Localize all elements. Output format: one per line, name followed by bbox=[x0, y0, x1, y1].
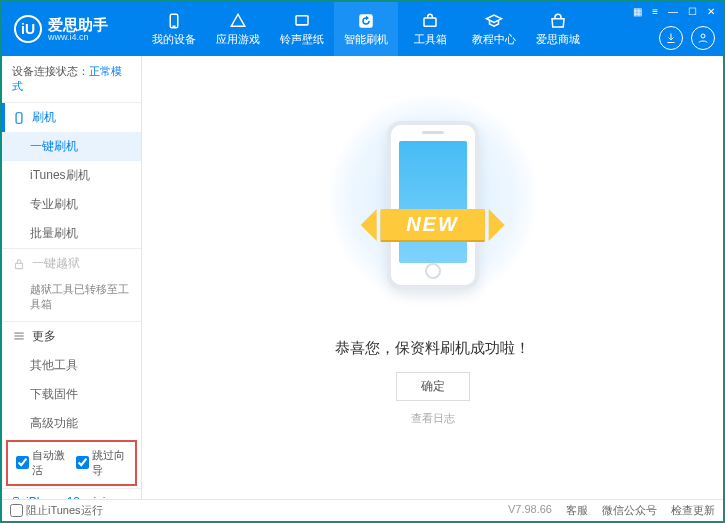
wechat-link[interactable]: 微信公众号 bbox=[602, 503, 657, 518]
nav-label: 工具箱 bbox=[414, 32, 447, 47]
refresh-icon bbox=[356, 12, 376, 30]
nav-label: 教程中心 bbox=[472, 32, 516, 47]
nav-store[interactable]: 爱思商城 bbox=[526, 2, 590, 56]
app-name: 爱思助手 bbox=[48, 17, 108, 32]
check-label: 自动激活 bbox=[32, 448, 68, 478]
list-icon bbox=[12, 329, 26, 343]
success-illustration: NEW bbox=[353, 109, 513, 309]
jailbreak-note: 越狱工具已转移至工具箱 bbox=[2, 278, 141, 321]
sidebar-other-tools[interactable]: 其他工具 bbox=[2, 351, 141, 380]
svg-rect-2 bbox=[296, 15, 308, 24]
toolbox-icon bbox=[420, 12, 440, 30]
option-checks: 自动激活 跳过向导 bbox=[6, 440, 137, 486]
section-more[interactable]: 更多 bbox=[2, 322, 141, 351]
svg-rect-7 bbox=[16, 263, 23, 268]
footer-bar: 阻止iTunes运行 V7.98.66 客服 微信公众号 检查更新 bbox=[2, 499, 723, 521]
auto-activate-checkbox[interactable] bbox=[16, 456, 29, 469]
new-banner: NEW bbox=[380, 209, 485, 240]
header-right bbox=[659, 26, 715, 50]
block-itunes-check[interactable]: 阻止iTunes运行 bbox=[10, 503, 103, 518]
device-icon bbox=[10, 495, 22, 499]
connected-device[interactable]: iPhone 12 mini 64GB Down-12mini-13,1 bbox=[2, 488, 141, 499]
sidebar-itunes-flash[interactable]: iTunes刷机 bbox=[2, 161, 141, 190]
check-skip-guide[interactable]: 跳过向导 bbox=[76, 448, 128, 478]
sidebar: 设备连接状态：正常模式 刷机 一键刷机 iTunes刷机 专业刷机 批量刷机 一… bbox=[2, 56, 142, 499]
nav-label: 铃声壁纸 bbox=[280, 32, 324, 47]
check-label: 跳过向导 bbox=[92, 448, 128, 478]
nav-label: 爱思商城 bbox=[536, 32, 580, 47]
svg-rect-4 bbox=[424, 18, 436, 26]
apps-icon bbox=[228, 12, 248, 30]
user-icon bbox=[697, 32, 709, 44]
section-title: 一键越狱 bbox=[32, 255, 80, 272]
menu-icon[interactable]: ▦ bbox=[629, 4, 646, 19]
minimize-icon[interactable]: — bbox=[664, 4, 682, 19]
section-flash[interactable]: 刷机 bbox=[2, 103, 141, 132]
app-site: www.i4.cn bbox=[48, 32, 108, 42]
sidebar-batch-flash[interactable]: 批量刷机 bbox=[2, 219, 141, 248]
nav-my-device[interactable]: 我的设备 bbox=[142, 2, 206, 56]
phone-icon bbox=[164, 12, 184, 30]
nav-label: 智能刷机 bbox=[344, 32, 388, 47]
account-button[interactable] bbox=[691, 26, 715, 50]
svg-rect-11 bbox=[14, 497, 19, 499]
close-icon[interactable]: ✕ bbox=[703, 4, 719, 19]
nav-toolbox[interactable]: 工具箱 bbox=[398, 2, 462, 56]
cap-icon bbox=[484, 12, 504, 30]
support-link[interactable]: 客服 bbox=[566, 503, 588, 518]
settings-icon[interactable]: ≡ bbox=[648, 4, 662, 19]
nav-label: 应用游戏 bbox=[216, 32, 260, 47]
success-message: 恭喜您，保资料刷机成功啦！ bbox=[335, 339, 530, 358]
sidebar-advanced[interactable]: 高级功能 bbox=[2, 409, 141, 438]
download-icon bbox=[665, 32, 677, 44]
nav-tutorials[interactable]: 教程中心 bbox=[462, 2, 526, 56]
update-link[interactable]: 检查更新 bbox=[671, 503, 715, 518]
top-nav: 我的设备 应用游戏 铃声壁纸 智能刷机 工具箱 教程中心 爱思商城 bbox=[142, 2, 590, 56]
logo-icon: iU bbox=[14, 15, 42, 43]
device-status: 设备连接状态：正常模式 bbox=[2, 56, 141, 102]
svg-rect-6 bbox=[16, 112, 22, 123]
main-panel: NEW 恭喜您，保资料刷机成功啦！ 确定 查看日志 bbox=[142, 56, 723, 499]
download-button[interactable] bbox=[659, 26, 683, 50]
block-itunes-checkbox[interactable] bbox=[10, 504, 23, 517]
view-log-link[interactable]: 查看日志 bbox=[411, 411, 455, 426]
svg-point-5 bbox=[701, 34, 705, 38]
app-header: iU 爱思助手 www.i4.cn 我的设备 应用游戏 铃声壁纸 智能刷机 工具… bbox=[2, 2, 723, 56]
logo-area: iU 爱思助手 www.i4.cn bbox=[2, 15, 142, 43]
nav-label: 我的设备 bbox=[152, 32, 196, 47]
status-label: 设备连接状态： bbox=[12, 65, 89, 77]
nav-apps-games[interactable]: 应用游戏 bbox=[206, 2, 270, 56]
sidebar-one-click-flash[interactable]: 一键刷机 bbox=[2, 132, 141, 161]
lock-icon bbox=[12, 257, 26, 271]
store-icon bbox=[548, 12, 568, 30]
device-name: iPhone 12 mini bbox=[10, 495, 133, 499]
window-controls: ▦ ≡ — ☐ ✕ bbox=[625, 2, 723, 21]
section-jailbreak: 一键越狱 bbox=[2, 249, 141, 278]
sidebar-pro-flash[interactable]: 专业刷机 bbox=[2, 190, 141, 219]
sidebar-download-fw[interactable]: 下载固件 bbox=[2, 380, 141, 409]
section-title: 刷机 bbox=[32, 109, 56, 126]
phone-small-icon bbox=[12, 111, 26, 125]
nav-ringtones[interactable]: 铃声壁纸 bbox=[270, 2, 334, 56]
check-auto-activate[interactable]: 自动激活 bbox=[16, 448, 68, 478]
maximize-icon[interactable]: ☐ bbox=[684, 4, 701, 19]
section-title: 更多 bbox=[32, 328, 56, 345]
check-label: 阻止iTunes运行 bbox=[26, 503, 103, 518]
wallpaper-icon bbox=[292, 12, 312, 30]
ok-button[interactable]: 确定 bbox=[396, 372, 470, 401]
skip-guide-checkbox[interactable] bbox=[76, 456, 89, 469]
nav-smart-flash[interactable]: 智能刷机 bbox=[334, 2, 398, 56]
version-label: V7.98.66 bbox=[508, 503, 552, 518]
